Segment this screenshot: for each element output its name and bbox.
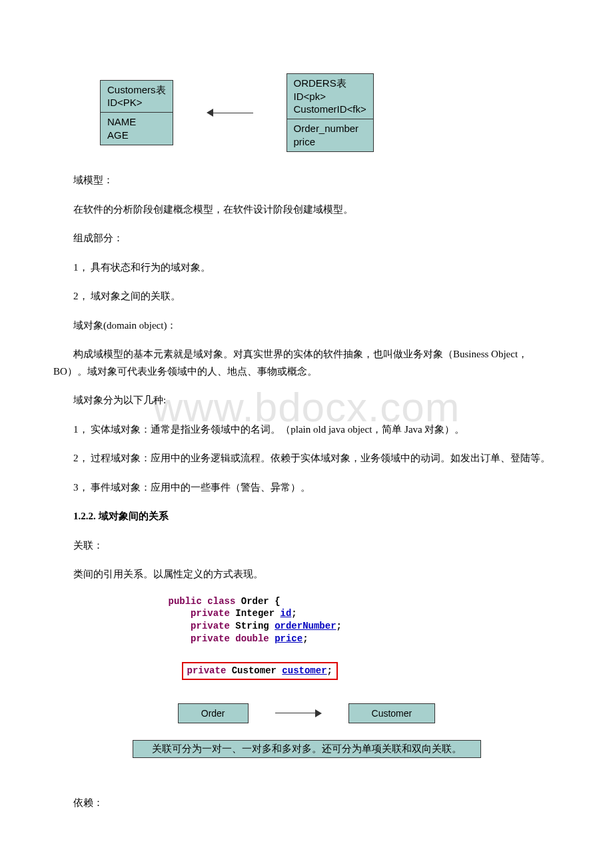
- paragraph: 域对象(domain object)：: [53, 317, 560, 335]
- orders-header-line: CustomerID<fk>: [294, 103, 366, 116]
- paragraph: 构成域模型的基本元素就是域对象。对真实世界的实体的软件抽象，也叫做业务对象（Bu…: [53, 346, 560, 380]
- kw: private: [191, 621, 230, 631]
- orders-body-line: Order_number: [294, 122, 366, 135]
- orders-body-line: price: [294, 135, 366, 149]
- paragraph: 依赖：: [53, 795, 560, 812]
- semi: ;: [327, 665, 332, 676]
- kw: private: [191, 633, 230, 644]
- paragraph: 在软件的分析阶段创建概念模型，在软件设计阶段创建域模型。: [53, 201, 560, 219]
- kw: private: [187, 665, 227, 676]
- orders-table-box: ORDERS表 ID<pk> CustomerID<fk> Order_numb…: [287, 73, 374, 152]
- paragraph: 类间的引用关系。以属性定义的方式表现。: [53, 566, 560, 583]
- code-block: public class Order { private Integer id;…: [169, 595, 445, 680]
- customers-header-line: ID<PK>: [107, 96, 166, 109]
- identifier: customer: [282, 665, 326, 676]
- customers-header-line: Customers表: [107, 83, 166, 97]
- semi: ;: [336, 621, 342, 631]
- brace: {: [269, 596, 281, 607]
- kw: public: [169, 596, 202, 607]
- identifier: price: [275, 633, 303, 644]
- order-box: Order: [178, 703, 249, 723]
- customers-table-box: Customers表 ID<PK> NAME AGE: [100, 80, 173, 146]
- identifier: orderNumber: [275, 621, 336, 631]
- section-heading: 1.2.2. 域对象间的关系: [53, 508, 560, 525]
- type: double: [235, 633, 269, 644]
- highlighted-line: private Customer customer;: [182, 662, 338, 680]
- paragraph: 1， 具有状态和行为的域对象。: [53, 259, 560, 277]
- paragraph: 域模型：: [53, 172, 560, 189]
- association-note: 关联可分为一对一、一对多和多对多。还可分为单项关联和双向关联。: [133, 740, 481, 758]
- orders-header-line: ORDERS表: [294, 77, 366, 90]
- arrow-right-icon: [275, 709, 322, 717]
- paragraph: 1， 实体域对象：通常是指业务领域中的名词。（plain old java ob…: [53, 421, 560, 439]
- paragraph: 2， 过程域对象：应用中的业务逻辑或流程。依赖于实体域对象，业务领域中的动词。如…: [53, 450, 560, 467]
- type: Integer: [235, 608, 275, 619]
- customers-body-line: NAME: [107, 115, 166, 129]
- paragraph: 3， 事件域对象：应用中的一些事件（警告、异常）。: [53, 479, 560, 497]
- er-diagram: Customers表 ID<PK> NAME AGE ORDERS表 ID<pk…: [100, 73, 560, 152]
- orders-header-line: ID<pk>: [294, 90, 366, 103]
- semi: ;: [303, 633, 308, 644]
- paragraph: 关联：: [53, 537, 560, 555]
- type: String: [235, 621, 269, 631]
- paragraph: 组成部分：: [53, 230, 560, 247]
- semi: ;: [291, 608, 297, 619]
- paragraph: 域对象分为以下几种:: [53, 392, 560, 409]
- association-diagram: Order Customer: [53, 703, 560, 723]
- customer-box: Customer: [348, 703, 436, 723]
- kw: class: [207, 596, 235, 607]
- kw: private: [191, 608, 230, 619]
- identifier: id: [281, 608, 292, 619]
- arrow-left-icon: [207, 109, 253, 117]
- paragraph: 2， 域对象之间的关联。: [53, 288, 560, 305]
- type: Customer: [232, 665, 277, 676]
- type: Order: [241, 596, 269, 607]
- customers-body-line: AGE: [107, 129, 166, 142]
